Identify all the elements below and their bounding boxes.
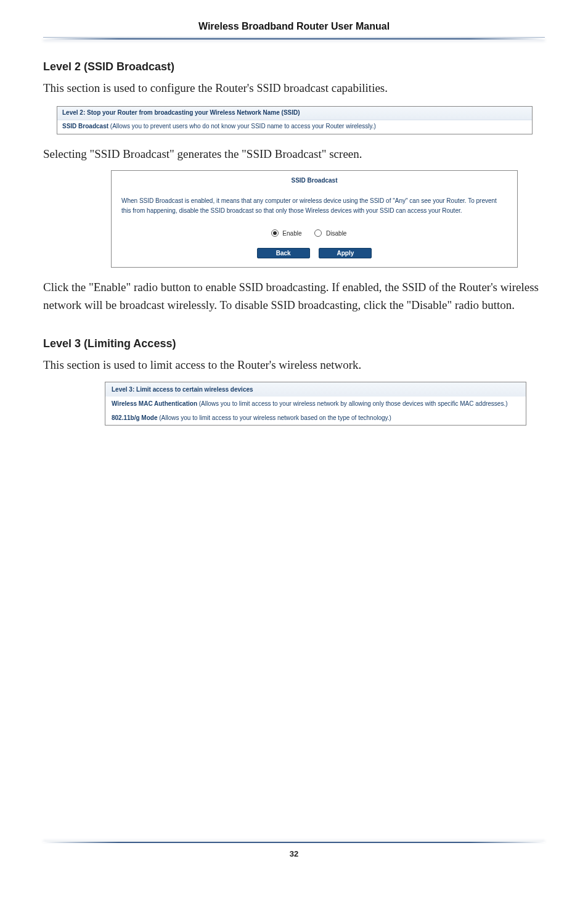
level2-intro-suffix: broadcast capabilities. — [280, 81, 388, 94]
ssid-dialog-title: SSID Broadcast — [112, 171, 517, 196]
footer-divider — [43, 842, 545, 844]
level3-row-mode: 802.11b/g Mode (Allows you to limit acce… — [105, 411, 526, 425]
level3-row-mode-bold: 802.11b/g Mode — [112, 414, 157, 421]
ssid-dialog-body: When SSID Broadcast is enabled, it means… — [112, 196, 517, 218]
level2-after-fig1: Selecting "SSID Broadcast" generates the… — [43, 146, 545, 163]
ssid-dialog-buttons: Back Apply — [112, 248, 517, 267]
figure-level2-title-row: Level 2: Stop your Router from broadcast… — [57, 107, 532, 121]
level3-row-mode-rest: (Allows you to limit access to your wire… — [157, 414, 391, 421]
l2p-ssid1: SSID — [239, 281, 263, 294]
l2p-4: broadcasting, click the "Disable" radio … — [295, 298, 515, 311]
level3-intro: This section is used to limit access to … — [43, 356, 545, 374]
radio-disable-dot[interactable] — [314, 229, 322, 237]
l2p-2: broadcasting. If enabled, the — [263, 281, 402, 294]
back-button[interactable]: Back — [257, 248, 310, 258]
level2-after-dialog: Click the "Enable" radio button to enabl… — [43, 279, 545, 314]
section-level2: Level 2 (SSID Broadcast) This section is… — [43, 60, 545, 314]
radio-enable-label: Enable — [282, 230, 301, 237]
level2-intro-prefix: This section is used to configure the Ro… — [43, 81, 256, 94]
page-footer: 32 — [0, 842, 588, 858]
figure-level2-desc-bold: SSID Broadcast — [62, 123, 108, 130]
l2p-ssid3: SSID — [271, 299, 295, 311]
header-divider — [43, 37, 545, 39]
radio-disable-label: Disable — [326, 230, 346, 237]
level3-row-mac-bold: Wireless MAC Authentication — [112, 400, 197, 407]
figure-level2-desc-rest: (Allows you to prevent users who do not … — [108, 123, 376, 130]
level3-heading: Level 3 (Limiting Access) — [43, 337, 545, 350]
section-level3: Level 3 (Limiting Access) This section i… — [43, 337, 545, 426]
figure-level3: Level 3: Limit access to certain wireles… — [105, 382, 526, 426]
level3-row-header: Level 3: Limit access to certain wireles… — [105, 382, 526, 397]
level2-heading: Level 2 (SSID Broadcast) — [43, 60, 545, 73]
level3-row-mac-rest: (Allows you to limit access to your wire… — [197, 400, 508, 407]
l2p-ssid2: SSID — [402, 281, 426, 294]
radio-enable-dot[interactable] — [271, 229, 279, 237]
l2p-1: Click the "Enable" radio button to enabl… — [43, 281, 239, 294]
level3-row-mac: Wireless MAC Authentication (Allows you … — [105, 397, 526, 411]
figure-level2-banner: Level 2: Stop your Router from broadcast… — [57, 106, 533, 134]
figure-level2-desc-row: SSID Broadcast (Allows you to prevent us… — [57, 120, 532, 134]
figure-ssid-broadcast: SSID Broadcast When SSID Broadcast is en… — [111, 170, 518, 268]
level2-intro: This section is used to configure the Ro… — [43, 80, 545, 97]
page-number: 32 — [0, 849, 588, 858]
level2-intro-ssid: SSID — [256, 82, 280, 94]
apply-button[interactable]: Apply — [319, 248, 372, 258]
page-header-title: Wireless Broadband Router User Manual — [43, 19, 545, 32]
ssid-radio-group: Enable Disable — [112, 218, 517, 248]
